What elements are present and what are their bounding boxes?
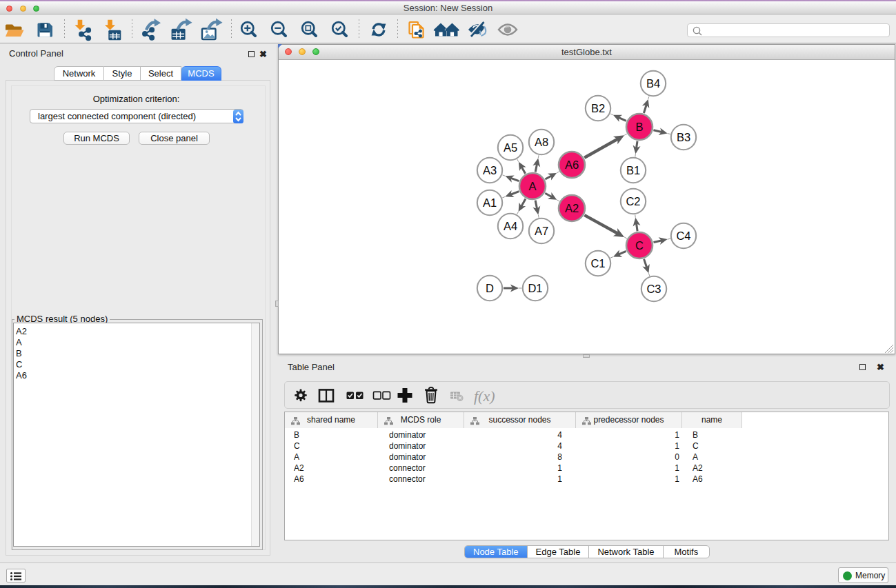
- svg-text:D1: D1: [528, 282, 542, 294]
- svg-text:A6: A6: [565, 159, 579, 171]
- svg-text:A5: A5: [504, 141, 517, 154]
- svg-text:B4: B4: [646, 77, 660, 90]
- svg-text:C3: C3: [646, 283, 661, 295]
- svg-text:D: D: [486, 282, 494, 294]
- svg-text:A7: A7: [535, 225, 548, 237]
- svg-text:A3: A3: [483, 164, 497, 176]
- svg-text:C4: C4: [676, 230, 690, 242]
- svg-text:B1: B1: [626, 164, 640, 176]
- svg-text:C: C: [635, 239, 644, 252]
- svg-text:A: A: [528, 180, 536, 192]
- svg-text:A8: A8: [535, 136, 548, 148]
- svg-text:C2: C2: [626, 195, 640, 207]
- svg-text:C1: C1: [590, 257, 605, 270]
- svg-text:A2: A2: [565, 202, 579, 214]
- svg-text:B3: B3: [677, 131, 690, 143]
- svg-text:B2: B2: [591, 102, 605, 114]
- svg-text:A1: A1: [483, 196, 497, 209]
- svg-text:B: B: [635, 121, 643, 133]
- svg-text:A4: A4: [504, 220, 517, 232]
